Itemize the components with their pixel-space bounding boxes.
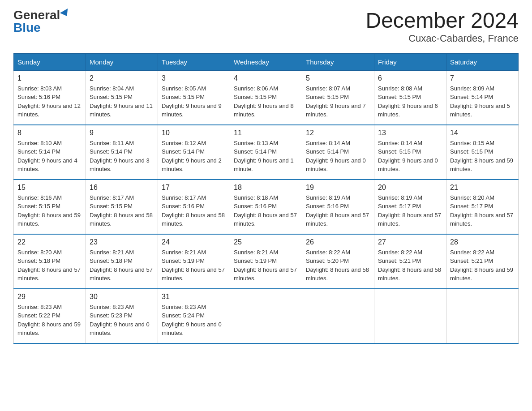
calendar-cell: 20Sunrise: 8:19 AMSunset: 5:17 PMDayligh… — [374, 180, 446, 234]
day-info: Sunrise: 8:23 AMSunset: 5:24 PMDaylight:… — [162, 303, 226, 338]
day-number: 8 — [17, 129, 82, 137]
calendar-cell: 10Sunrise: 8:12 AMSunset: 5:14 PMDayligh… — [158, 125, 230, 180]
day-info: Sunrise: 8:17 AMSunset: 5:16 PMDaylight:… — [162, 193, 226, 228]
calendar-cell: 21Sunrise: 8:20 AMSunset: 5:17 PMDayligh… — [446, 180, 519, 234]
title-block: December 2024 Cuxac-Cabardes, France — [365, 9, 519, 44]
calendar-week-row: 15Sunrise: 8:16 AMSunset: 5:15 PMDayligh… — [14, 180, 519, 234]
calendar-table: SundayMondayTuesdayWednesdayThursdayFrid… — [13, 53, 519, 344]
day-number: 21 — [450, 184, 515, 192]
calendar-cell: 27Sunrise: 8:22 AMSunset: 5:21 PMDayligh… — [374, 234, 446, 289]
calendar-cell — [230, 289, 302, 343]
weekday-header-thursday: Thursday — [302, 53, 374, 70]
day-number: 16 — [90, 184, 154, 192]
calendar-cell — [446, 289, 519, 343]
day-number: 5 — [306, 74, 370, 82]
day-number: 11 — [234, 129, 298, 137]
day-number: 3 — [162, 74, 226, 82]
day-number: 24 — [162, 238, 226, 246]
day-info: Sunrise: 8:23 AMSunset: 5:22 PMDaylight:… — [17, 303, 82, 338]
calendar-title: December 2024 — [365, 9, 519, 33]
day-number: 26 — [306, 238, 370, 246]
day-info: Sunrise: 8:22 AMSunset: 5:21 PMDaylight:… — [450, 248, 515, 283]
calendar-cell: 5Sunrise: 8:07 AMSunset: 5:15 PMDaylight… — [302, 70, 374, 125]
day-info: Sunrise: 8:10 AMSunset: 5:14 PMDaylight:… — [17, 139, 82, 174]
calendar-cell: 11Sunrise: 8:13 AMSunset: 5:14 PMDayligh… — [230, 125, 302, 180]
day-number: 27 — [378, 238, 442, 246]
day-info: Sunrise: 8:21 AMSunset: 5:19 PMDaylight:… — [234, 248, 298, 283]
day-info: Sunrise: 8:21 AMSunset: 5:19 PMDaylight:… — [162, 248, 226, 283]
calendar-week-row: 29Sunrise: 8:23 AMSunset: 5:22 PMDayligh… — [14, 289, 519, 343]
day-info: Sunrise: 8:19 AMSunset: 5:17 PMDaylight:… — [378, 193, 442, 228]
day-number: 10 — [162, 129, 226, 137]
day-number: 2 — [90, 74, 154, 82]
weekday-header-row: SundayMondayTuesdayWednesdayThursdayFrid… — [14, 53, 519, 70]
day-info: Sunrise: 8:15 AMSunset: 5:15 PMDaylight:… — [450, 139, 515, 174]
day-info: Sunrise: 8:13 AMSunset: 5:14 PMDaylight:… — [234, 139, 298, 174]
day-info: Sunrise: 8:04 AMSunset: 5:15 PMDaylight:… — [90, 84, 154, 119]
calendar-cell: 30Sunrise: 8:23 AMSunset: 5:23 PMDayligh… — [86, 289, 158, 343]
calendar-cell: 31Sunrise: 8:23 AMSunset: 5:24 PMDayligh… — [158, 289, 230, 343]
day-info: Sunrise: 8:14 AMSunset: 5:15 PMDaylight:… — [378, 139, 442, 174]
weekday-header-tuesday: Tuesday — [158, 53, 230, 70]
calendar-cell: 9Sunrise: 8:11 AMSunset: 5:14 PMDaylight… — [86, 125, 158, 180]
calendar-cell: 24Sunrise: 8:21 AMSunset: 5:19 PMDayligh… — [158, 234, 230, 289]
calendar-cell: 4Sunrise: 8:06 AMSunset: 5:15 PMDaylight… — [230, 70, 302, 125]
day-number: 4 — [234, 74, 298, 82]
calendar-cell: 7Sunrise: 8:09 AMSunset: 5:14 PMDaylight… — [446, 70, 519, 125]
day-number: 28 — [450, 238, 515, 246]
day-info: Sunrise: 8:17 AMSunset: 5:15 PMDaylight:… — [90, 193, 154, 228]
day-number: 29 — [17, 293, 82, 301]
day-number: 25 — [234, 238, 298, 246]
calendar-cell: 6Sunrise: 8:08 AMSunset: 5:15 PMDaylight… — [374, 70, 446, 125]
calendar-cell: 15Sunrise: 8:16 AMSunset: 5:15 PMDayligh… — [14, 180, 86, 234]
day-info: Sunrise: 8:09 AMSunset: 5:14 PMDaylight:… — [450, 84, 515, 119]
calendar-cell: 8Sunrise: 8:10 AMSunset: 5:14 PMDaylight… — [14, 125, 86, 180]
day-info: Sunrise: 8:16 AMSunset: 5:15 PMDaylight:… — [17, 193, 82, 228]
day-info: Sunrise: 8:18 AMSunset: 5:16 PMDaylight:… — [234, 193, 298, 228]
day-number: 19 — [306, 184, 370, 192]
day-info: Sunrise: 8:05 AMSunset: 5:15 PMDaylight:… — [162, 84, 226, 119]
day-number: 31 — [162, 293, 226, 301]
calendar-cell: 28Sunrise: 8:22 AMSunset: 5:21 PMDayligh… — [446, 234, 519, 289]
day-number: 6 — [378, 74, 442, 82]
day-info: Sunrise: 8:22 AMSunset: 5:21 PMDaylight:… — [378, 248, 442, 283]
day-info: Sunrise: 8:03 AMSunset: 5:16 PMDaylight:… — [17, 84, 82, 119]
calendar-cell: 18Sunrise: 8:18 AMSunset: 5:16 PMDayligh… — [230, 180, 302, 234]
day-info: Sunrise: 8:20 AMSunset: 5:18 PMDaylight:… — [17, 248, 82, 283]
calendar-week-row: 22Sunrise: 8:20 AMSunset: 5:18 PMDayligh… — [14, 234, 519, 289]
day-number: 13 — [378, 129, 442, 137]
calendar-cell: 1Sunrise: 8:03 AMSunset: 5:16 PMDaylight… — [14, 70, 86, 125]
day-number: 17 — [162, 184, 226, 192]
calendar-week-row: 1Sunrise: 8:03 AMSunset: 5:16 PMDaylight… — [14, 70, 519, 125]
logo-blue-text: Blue — [13, 21, 41, 34]
weekday-header-monday: Monday — [86, 53, 158, 70]
day-number: 22 — [17, 238, 82, 246]
day-number: 1 — [17, 74, 82, 82]
day-number: 30 — [90, 293, 154, 301]
day-number: 23 — [90, 238, 154, 246]
page-header: General Blue December 2024 Cuxac-Cabarde… — [13, 9, 519, 44]
weekday-header-wednesday: Wednesday — [230, 53, 302, 70]
calendar-cell: 26Sunrise: 8:22 AMSunset: 5:20 PMDayligh… — [302, 234, 374, 289]
calendar-cell: 16Sunrise: 8:17 AMSunset: 5:15 PMDayligh… — [86, 180, 158, 234]
day-info: Sunrise: 8:11 AMSunset: 5:14 PMDaylight:… — [90, 139, 154, 174]
calendar-week-row: 8Sunrise: 8:10 AMSunset: 5:14 PMDaylight… — [14, 125, 519, 180]
calendar-subtitle: Cuxac-Cabardes, France — [365, 33, 519, 44]
day-number: 15 — [17, 184, 82, 192]
day-info: Sunrise: 8:06 AMSunset: 5:15 PMDaylight:… — [234, 84, 298, 119]
calendar-cell: 29Sunrise: 8:23 AMSunset: 5:22 PMDayligh… — [14, 289, 86, 343]
calendar-cell: 13Sunrise: 8:14 AMSunset: 5:15 PMDayligh… — [374, 125, 446, 180]
calendar-cell: 22Sunrise: 8:20 AMSunset: 5:18 PMDayligh… — [14, 234, 86, 289]
calendar-cell: 17Sunrise: 8:17 AMSunset: 5:16 PMDayligh… — [158, 180, 230, 234]
day-info: Sunrise: 8:12 AMSunset: 5:14 PMDaylight:… — [162, 139, 226, 174]
weekday-header-sunday: Sunday — [14, 53, 86, 70]
weekday-header-friday: Friday — [374, 53, 446, 70]
weekday-header-saturday: Saturday — [446, 53, 519, 70]
day-number: 12 — [306, 129, 370, 137]
calendar-cell: 3Sunrise: 8:05 AMSunset: 5:15 PMDaylight… — [158, 70, 230, 125]
calendar-cell: 12Sunrise: 8:14 AMSunset: 5:14 PMDayligh… — [302, 125, 374, 180]
calendar-cell: 2Sunrise: 8:04 AMSunset: 5:15 PMDaylight… — [86, 70, 158, 125]
day-number: 20 — [378, 184, 442, 192]
day-number: 9 — [90, 129, 154, 137]
logo: General Blue — [13, 9, 70, 34]
